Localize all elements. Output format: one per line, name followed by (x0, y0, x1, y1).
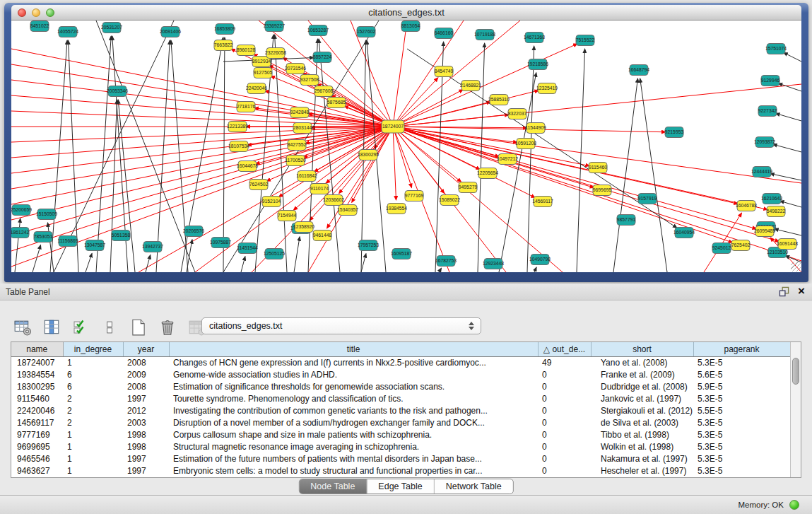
table-cell[interactable]: 18300295 (11, 380, 63, 392)
graph-node[interactable]: 8427552 (288, 140, 307, 151)
graph-node[interactable]: 9245012 (712, 243, 731, 254)
float-panel-icon[interactable] (779, 286, 789, 297)
table-cell[interactable]: Investigating the contribution of common… (169, 404, 538, 416)
graph-edge-black[interactable] (577, 49, 585, 272)
graph-node[interactable]: 14055724 (57, 27, 78, 37)
graph-edge-red[interactable] (308, 21, 393, 127)
graph-node[interactable]: 16210643 (761, 194, 782, 204)
graph-node[interactable]: 21468821 (460, 81, 481, 91)
table-cell[interactable]: 2009 (123, 368, 169, 380)
create-column-icon[interactable] (129, 317, 148, 337)
graph-node[interactable]: 2803144 (293, 123, 312, 134)
graph-node[interactable]: 11700520 (285, 156, 306, 166)
graph-edge-red[interactable] (393, 127, 396, 200)
graph-node[interactable]: 22420046 (246, 83, 267, 94)
graph-node[interactable]: 20206576 (183, 226, 204, 237)
graph-node[interactable]: 10591208 (515, 139, 536, 149)
graph-edge-red[interactable] (11, 127, 393, 173)
selected-rows-icon[interactable] (71, 317, 90, 337)
table-row[interactable]: 946362711997Embryonic stem cells: a mode… (11, 465, 790, 477)
table-cell[interactable]: Franke et al. (2009) (591, 368, 693, 380)
graph-node[interactable]: 2718176 (237, 102, 256, 112)
table-cell[interactable]: 2 (63, 404, 123, 416)
table-cell[interactable]: Disruption of a novel member of a sodium… (169, 416, 538, 428)
table-cell[interactable]: 6 (63, 368, 123, 380)
graph-node[interactable]: 16116842 (296, 171, 317, 182)
graph-edge-red[interactable] (393, 127, 733, 243)
graph-node[interactable]: 9129946 (761, 76, 780, 86)
graph-node[interactable]: 9699695 (593, 185, 612, 196)
table-cell[interactable]: 2003 (123, 416, 169, 428)
graph-node[interactable]: 8960128 (237, 45, 256, 56)
graph-edge-red[interactable] (11, 127, 393, 204)
graph-node[interactable]: 12505125 (264, 249, 285, 259)
graph-node[interactable]: 18724007 (382, 120, 404, 133)
table-cell[interactable]: 5.3E-5 (693, 440, 790, 452)
graph-node[interactable]: 9461448 (313, 230, 332, 241)
table-cell[interactable]: 5.3E-5 (693, 465, 790, 477)
graph-node[interactable]: 5875685 (327, 98, 346, 108)
table-cell[interactable]: Changes of HCN gene expression and I(f) … (169, 356, 538, 368)
table-row[interactable]: 969969511998Structural magnetic resonanc… (11, 440, 790, 452)
graph-node[interactable]: 9110174 (310, 184, 329, 194)
graph-node[interactable]: 17957253 (358, 240, 379, 251)
table-cell[interactable]: 5.3E-5 (693, 428, 790, 440)
table-cell[interactable]: 0 (538, 440, 591, 452)
graph-edge-black[interactable] (640, 78, 667, 272)
graph-node[interactable]: 8857224 (313, 52, 332, 63)
graph-node[interactable]: 7663822 (214, 40, 233, 51)
graph-node[interactable]: 20053346 (107, 86, 128, 97)
graph-node[interactable]: 12358920 (293, 222, 314, 233)
table-cell[interactable]: 5.3E-5 (693, 356, 790, 368)
graph-node[interactable]: 16095187 (391, 249, 412, 259)
graph-edge-black[interactable] (773, 144, 801, 152)
table-cell[interactable]: Yano et al. (2008) (591, 356, 693, 368)
table-cell[interactable]: 5.5E-5 (693, 404, 790, 416)
graph-node[interactable]: 5051358 (112, 230, 131, 241)
table-cell[interactable]: 18724007 (11, 356, 63, 368)
column-header-short[interactable]: short (591, 342, 693, 356)
table-cell[interactable]: Dudbridge et al. (2008) (591, 380, 693, 392)
table-row[interactable]: 1830029562008Estimation of significance … (11, 380, 790, 392)
graph-node[interactable]: 16044678 (237, 161, 258, 172)
column-header-out-degree[interactable]: △ out_de... (538, 342, 591, 356)
table-cell[interactable]: 5.3E-5 (693, 392, 790, 404)
graph-node[interactable]: 20731546 (285, 64, 306, 74)
graph-edge-black[interactable] (118, 100, 135, 272)
table-cell[interactable]: Wolkin et al. (1998) (591, 440, 693, 452)
table-cell[interactable]: 5.9E-5 (693, 380, 790, 392)
graph-node[interactable]: 8813054 (401, 21, 420, 32)
graph-edge-black[interactable] (241, 257, 245, 272)
graph-node[interactable]: 15150509 (36, 209, 57, 220)
table-cell[interactable]: 0 (538, 404, 591, 416)
graph-edge-black[interactable] (96, 36, 111, 272)
table-cell[interactable]: Estimation of the future numbers of pati… (169, 452, 538, 465)
table-cell[interactable]: 22420046 (11, 404, 63, 416)
graph-node[interactable]: 12444419 (751, 167, 772, 177)
graph-node[interactable]: 19384554 (386, 204, 407, 214)
table-mode-icon[interactable] (13, 317, 33, 337)
graph-node[interactable]: 13047587 (84, 240, 105, 251)
graph-node[interactable]: 23369227 (264, 21, 285, 32)
table-cell[interactable]: 1998 (123, 440, 169, 452)
table-cell[interactable]: 1997 (123, 465, 169, 477)
graph-node[interactable]: 10975887 (210, 238, 231, 248)
table-cell[interactable]: 0 (538, 428, 591, 440)
graph-node[interactable]: 13942737 (142, 242, 163, 252)
graph-node[interactable]: 8454749 (435, 66, 454, 77)
graph-node[interactable]: 7853051 (34, 232, 53, 243)
graph-node[interactable]: 23226058 (265, 48, 286, 59)
window-titlebar[interactable]: citations_edges.txt (11, 5, 801, 21)
table-cell[interactable]: de Silva et al. (2003) (591, 416, 693, 428)
graph-node[interactable]: 18107534 (228, 141, 249, 152)
table-cell[interactable]: 1 (63, 356, 123, 368)
graph-node[interactable]: 8451022 (30, 21, 49, 32)
graph-node[interactable]: 10719188 (474, 30, 495, 40)
graph-node[interactable]: 10490798 (529, 255, 551, 265)
graph-node[interactable]: 9127505 (254, 68, 273, 78)
table-cell[interactable]: 6 (63, 380, 123, 392)
table-cell[interactable]: 9699695 (11, 440, 63, 452)
table-row[interactable]: 2242004622012Investigating the contribut… (11, 404, 790, 416)
graph-edge-black[interactable] (439, 268, 442, 272)
table-cell[interactable]: Hescheler et al. (1997) (591, 465, 693, 477)
